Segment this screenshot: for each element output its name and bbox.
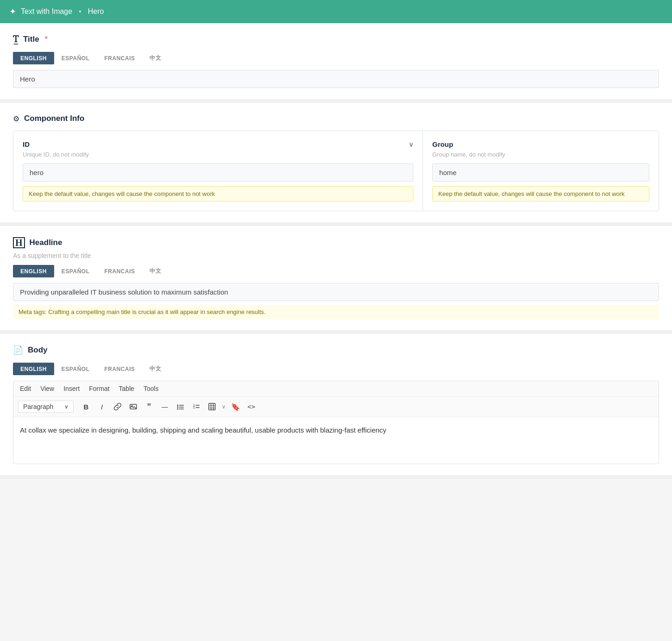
component-info-box: ID ∨ Unique ID, do not modify Keep the d… (13, 131, 659, 211)
table-chevron-icon: ∨ (221, 403, 227, 410)
headline-subtitle: As a supplement to the title (13, 252, 659, 259)
toolbar-italic-btn[interactable]: I (95, 400, 109, 413)
headline-label: Headline (30, 238, 62, 247)
toolbar-bold-btn[interactable]: B (79, 400, 93, 413)
toolbar-image-btn[interactable] (126, 400, 140, 413)
image-icon (130, 403, 137, 410)
tab-headline-chinese[interactable]: 中文 (142, 265, 168, 277)
title-section-header: T̲ Title * (13, 34, 659, 44)
menu-edit[interactable]: Edit (20, 385, 31, 392)
menu-table[interactable]: Table (119, 385, 134, 392)
tab-headline-espanol[interactable]: ESPAÑOL (54, 265, 97, 277)
id-label: ID ∨ (23, 140, 413, 148)
tab-headline-francais[interactable]: FRANCAIS (97, 265, 142, 277)
tab-title-chinese[interactable]: 中文 (142, 52, 168, 64)
body-header: 📄 Body (13, 345, 659, 355)
gear-icon: ⚙ (13, 114, 19, 123)
headline-input[interactable] (13, 283, 659, 301)
required-star: * (45, 35, 48, 44)
editor-toolbar: Paragraph ∨ B I (13, 396, 659, 417)
id-warning: Keep the default value, changes will cau… (23, 186, 413, 201)
tab-headline-english[interactable]: ENGLISH (13, 265, 54, 277)
headline-section: H Headline As a supplement to the title … (0, 226, 672, 334)
top-bar-subtitle: Hero (88, 7, 104, 16)
id-description: Unique ID, do not modify (23, 151, 413, 158)
headline-meta-note: Meta tags: Crafting a compelling main ti… (13, 305, 659, 319)
svg-text:2.: 2. (193, 406, 196, 409)
toolbar-bookmark-btn[interactable]: 🔖 (229, 400, 243, 413)
link-icon (114, 403, 121, 410)
headline-h-icon: H (13, 237, 25, 248)
tab-body-espanol[interactable]: ESPAÑOL (54, 363, 97, 375)
menu-insert[interactable]: Insert (63, 385, 80, 392)
paragraph-chevron-icon: ∨ (64, 403, 68, 410)
body-lang-tabs: ENGLISH ESPAÑOL FRANCAIS 中文 (13, 363, 659, 375)
tab-title-francais[interactable]: FRANCAIS (97, 52, 142, 64)
body-label: Body (28, 346, 48, 355)
tab-body-english[interactable]: ENGLISH (13, 363, 54, 375)
table-icon (208, 403, 216, 410)
tab-body-chinese[interactable]: 中文 (142, 363, 168, 375)
headline-lang-tabs: ENGLISH ESPAÑOL FRANCAIS 中文 (13, 265, 659, 277)
toolbar-table-btn[interactable] (205, 400, 219, 413)
svg-rect-12 (209, 403, 215, 410)
toolbar-link-btn[interactable] (111, 400, 124, 413)
title-icon: T̲ (13, 34, 19, 44)
svg-point-6 (177, 408, 179, 410)
menu-tools[interactable]: Tools (143, 385, 159, 392)
tab-title-espanol[interactable]: ESPAÑOL (54, 52, 97, 64)
paragraph-select[interactable]: Paragraph ∨ (18, 401, 74, 413)
toolbar-hr-btn[interactable]: — (158, 400, 172, 413)
tab-body-francais[interactable]: FRANCAIS (97, 363, 142, 375)
svg-point-4 (177, 407, 179, 408)
menu-view[interactable]: View (40, 385, 54, 392)
tab-title-english[interactable]: ENGLISH (13, 52, 54, 64)
menu-format[interactable]: Format (89, 385, 109, 392)
top-bar: ✦ Text with Image • Hero (0, 0, 672, 23)
editor-menu-bar: Edit View Insert Format Table Tools (13, 381, 659, 396)
ordered-list-icon: 1. 2. (193, 403, 200, 410)
headline-header: H Headline (13, 237, 659, 248)
toolbar-ol-btn[interactable]: 1. 2. (189, 400, 203, 413)
toolbar-quote-btn[interactable]: ” (142, 400, 156, 413)
title-section: T̲ Title * ENGLISH ESPAÑOL FRANCAIS 中文 (0, 23, 672, 103)
group-warning: Keep the default value, changes will cau… (432, 186, 649, 201)
id-input[interactable] (23, 163, 413, 182)
group-input[interactable] (432, 163, 649, 182)
toolbar-ul-btn[interactable] (174, 400, 187, 413)
unordered-list-icon (177, 403, 184, 410)
title-label: Title (23, 35, 39, 44)
toolbar-code-btn[interactable]: <> (244, 400, 258, 413)
group-column: Group Group name, do not modify Keep the… (423, 131, 659, 211)
svg-point-2 (177, 405, 179, 406)
body-section: 📄 Body ENGLISH ESPAÑOL FRANCAIS 中文 Edit … (0, 334, 672, 479)
body-content[interactable]: At collax we specialize in designing, bu… (13, 417, 659, 464)
body-icon: 📄 (13, 345, 23, 355)
title-lang-tabs: ENGLISH ESPAÑOL FRANCAIS 中文 (13, 52, 659, 64)
top-bar-separator: • (79, 7, 81, 16)
id-chevron-icon: ∨ (409, 141, 413, 148)
component-info-label: Component Info (24, 114, 84, 123)
group-label: Group (432, 140, 649, 148)
component-info-header: ⚙ Component Info (13, 114, 659, 123)
body-editor: Edit View Insert Format Table Tools Para… (13, 381, 659, 464)
paragraph-label: Paragraph (23, 403, 53, 410)
id-column: ID ∨ Unique ID, do not modify Keep the d… (13, 131, 423, 211)
top-bar-title: Text with Image (21, 7, 72, 16)
group-description: Group name, do not modify (432, 151, 649, 158)
top-bar-icon: ✦ (9, 6, 16, 17)
title-input[interactable] (13, 70, 659, 88)
component-info-section: ⚙ Component Info ID ∨ Unique ID, do not … (0, 103, 672, 226)
